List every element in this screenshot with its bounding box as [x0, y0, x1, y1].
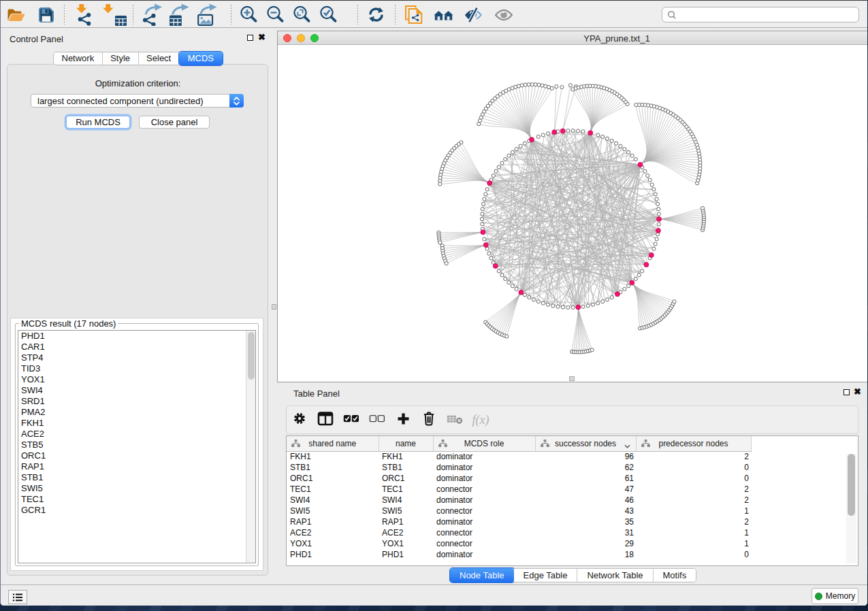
mcds-result-item[interactable]: TEC1: [18, 494, 255, 505]
table-row[interactable]: STB1STB1dominator620: [287, 462, 751, 473]
run-mcds-button[interactable]: Run MCDS: [66, 116, 130, 129]
table-row[interactable]: FKH1FKH1dominator962: [287, 451, 751, 462]
mcds-result-item[interactable]: SWI5: [18, 483, 255, 494]
mcds-result-item[interactable]: SWI4: [18, 385, 255, 396]
split-pane-button[interactable]: [312, 408, 338, 432]
column-header-predecessor-nodes[interactable]: predecessor nodes: [636, 436, 751, 451]
show-all-button[interactable]: [490, 2, 517, 27]
column-header-shared-name[interactable]: shared name: [287, 436, 379, 451]
status-menu-button[interactable]: [8, 590, 27, 604]
toolbar-separator: [133, 5, 133, 24]
mcds-scrollbar-thumb[interactable]: [248, 332, 255, 380]
mcds-result-item[interactable]: ACE2: [18, 429, 255, 440]
minimize-window-button[interactable]: [297, 34, 305, 42]
import-table-button[interactable]: [101, 2, 129, 27]
select-all-icon: [343, 414, 359, 426]
table-row[interactable]: TEC1TEC1connector472: [287, 484, 751, 495]
mcds-result-item[interactable]: PHD1: [18, 331, 255, 342]
zoom-out-button[interactable]: [261, 2, 289, 27]
table-cell: dominator: [433, 451, 535, 462]
table-cell: 0: [636, 462, 751, 473]
search-input[interactable]: [677, 7, 858, 22]
mcds-result-item[interactable]: GCR1: [18, 505, 255, 516]
mcds-result-item[interactable]: FKH1: [18, 418, 255, 429]
zoom-in-button[interactable]: [235, 2, 262, 27]
tab-select[interactable]: Select: [139, 52, 180, 65]
mcds-result-item[interactable]: STB5: [18, 440, 255, 450]
maximize-window-button[interactable]: [310, 34, 319, 42]
toolbar-separator: [395, 5, 396, 24]
table-row[interactable]: PHD1PHD1dominator180: [287, 549, 751, 560]
import-network-button[interactable]: [70, 2, 97, 27]
mcds-result-item[interactable]: PMA2: [18, 407, 255, 418]
clone-network-button[interactable]: [400, 2, 427, 27]
close-panel-button[interactable]: Close panel: [139, 116, 210, 129]
select-all-button[interactable]: [338, 408, 364, 432]
gear-button[interactable]: [287, 408, 312, 432]
table-panel: Table Panel ✖ f(x): [277, 384, 867, 584]
table-cell: 2: [636, 451, 751, 462]
network-canvas[interactable]: [278, 46, 867, 382]
zoom-fit-button[interactable]: [288, 2, 315, 27]
save-session-button[interactable]: [33, 2, 60, 27]
zoom-selected-button[interactable]: [315, 2, 342, 27]
table-cell: RAP1: [287, 516, 379, 527]
add-column-button[interactable]: [390, 408, 416, 432]
tab-edge-table[interactable]: Edge Table: [514, 569, 578, 582]
float-panel-icon[interactable]: [247, 35, 253, 41]
column-header-successor-nodes[interactable]: successor nodes: [535, 436, 636, 451]
close-panel-icon[interactable]: ✖: [258, 34, 266, 41]
horizontal-splitter-handle[interactable]: [569, 376, 575, 381]
export-network-button[interactable]: [140, 2, 167, 27]
mcds-result-item[interactable]: RAP1: [18, 461, 255, 472]
mcds-list-scrollbar[interactable]: [246, 331, 255, 563]
table-row[interactable]: SWI4SWI4dominator462: [287, 495, 751, 506]
mcds-result-item[interactable]: STP4: [18, 352, 255, 363]
open-file-button[interactable]: [3, 2, 30, 27]
mcds-result-list[interactable]: PHD1CAR1STP4TID3YOX1SWI4SRD1PMA2FKH1ACE2…: [18, 330, 256, 563]
mcds-result-item[interactable]: ORC1: [18, 450, 255, 461]
mcds-result-item[interactable]: STB1: [18, 472, 255, 483]
delete-table-button[interactable]: [442, 408, 468, 432]
network-view-frame: YPA_prune.txt_1: [277, 31, 867, 382]
close-window-button[interactable]: [283, 34, 291, 42]
column-header-MCDS-role[interactable]: MCDS role: [433, 436, 535, 451]
mcds-result-item[interactable]: SRD1: [18, 396, 255, 407]
save-icon: [38, 7, 54, 23]
tab-motifs[interactable]: Motifs: [654, 569, 696, 582]
table-row[interactable]: ORC1ORC1dominator610: [287, 473, 751, 484]
table-row[interactable]: RAP1RAP1dominator352: [287, 516, 751, 527]
table-scrollbar-thumb[interactable]: [848, 454, 855, 516]
tab-network-table[interactable]: Network Table: [577, 569, 653, 582]
mcds-result-item[interactable]: CAR1: [18, 342, 255, 352]
export-image-button[interactable]: [195, 2, 223, 27]
export-table-button[interactable]: [167, 2, 195, 27]
houses-icon: [433, 10, 454, 20]
table-row[interactable]: SWI5SWI5connector431: [287, 506, 751, 516]
tab-network[interactable]: Network: [54, 52, 103, 65]
hide-selected-button[interactable]: [460, 2, 487, 27]
table-row[interactable]: ACE2ACE2connector311: [287, 527, 751, 538]
unselect-all-button[interactable]: [364, 408, 390, 432]
column-header-name[interactable]: name: [379, 436, 433, 451]
dropdown-stepper-icon: [229, 94, 244, 108]
tab-mcds[interactable]: MCDS: [179, 52, 223, 65]
delete-column-button[interactable]: [416, 408, 442, 432]
optimization-criterion-dropdown[interactable]: largest connected component (undirected): [31, 94, 244, 108]
table-cell: ACE2: [379, 527, 433, 538]
memory-button[interactable]: Memory: [811, 588, 858, 604]
close-table-panel-icon[interactable]: ✖: [854, 389, 861, 395]
vertical-splitter-handle[interactable]: [272, 304, 276, 310]
mcds-result-item[interactable]: TID3: [18, 363, 255, 374]
tab-style[interactable]: Style: [103, 52, 139, 65]
table-row[interactable]: YOX1YOX1connector291: [287, 538, 751, 549]
float-table-panel-icon[interactable]: [843, 389, 850, 395]
refresh-button[interactable]: [362, 2, 389, 27]
tab-node-table[interactable]: Node Table: [450, 568, 515, 582]
table-cell: 18: [535, 549, 636, 560]
table-scrollbar[interactable]: [846, 454, 856, 563]
search-box[interactable]: [662, 7, 859, 22]
mcds-result-item[interactable]: YOX1: [18, 374, 255, 385]
function-builder-button[interactable]: f(x): [468, 408, 494, 432]
first-neighbors-button[interactable]: [430, 2, 457, 27]
